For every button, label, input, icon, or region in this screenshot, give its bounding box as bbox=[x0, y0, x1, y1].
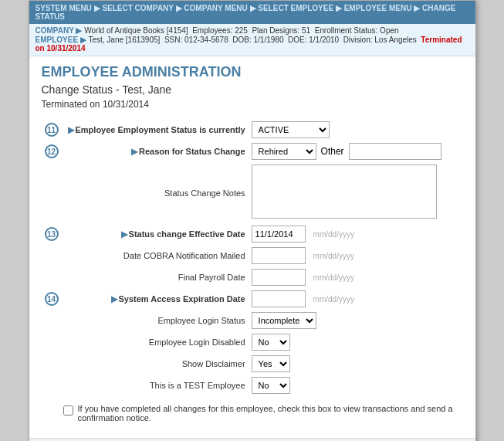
effective-date-input[interactable] bbox=[252, 226, 306, 243]
login-disabled-row: Employee Login Disabled No Yes bbox=[42, 331, 463, 353]
cobra-step-cell bbox=[42, 245, 65, 266]
employment-status-select[interactable]: ACTIVE TERMINATED COBRA LEAVE bbox=[252, 121, 330, 138]
step13-badge: 13 bbox=[45, 227, 59, 241]
login-disabled-select[interactable]: No Yes bbox=[252, 334, 290, 351]
cobra-field: mm/dd/yyyy bbox=[249, 245, 463, 266]
login-disabled-field: No Yes bbox=[249, 331, 463, 353]
employee-label: EMPLOYEE ▶ bbox=[36, 36, 86, 44]
notes-field bbox=[249, 162, 463, 223]
breadcrumb-text: SYSTEM MENU ▶ SELECT COMPANY ▶ COMPANY M… bbox=[36, 4, 456, 21]
access-exp-inline: mm/dd/yyyy bbox=[252, 290, 460, 307]
cobra-inline: mm/dd/yyyy bbox=[252, 247, 460, 264]
reason-select[interactable]: Rehired Voluntary Involuntary Other bbox=[252, 143, 316, 160]
button-row: SAVE CANCEL bbox=[29, 438, 475, 441]
step13-cell: 13 bbox=[42, 223, 65, 245]
page-title: EMPLOYEE ADMINISTRATION bbox=[42, 64, 463, 80]
employee-division: Division: Los Angeles bbox=[343, 36, 417, 44]
access-exp-placeholder: mm/dd/yyyy bbox=[313, 295, 354, 304]
effective-date-field: mm/dd/yyyy bbox=[249, 223, 463, 245]
show-disclaimer-step-cell bbox=[42, 353, 65, 375]
terminated-text: Terminated on 10/31/2014 bbox=[42, 99, 463, 110]
step11-badge: 11 bbox=[45, 123, 59, 137]
company-label: COMPANY ▶ bbox=[36, 26, 83, 35]
main-window: SYSTEM MENU ▶ SELECT COMPANY ▶ COMPANY M… bbox=[29, 0, 476, 441]
notes-step-cell bbox=[42, 162, 65, 223]
final-payroll-step-cell bbox=[42, 266, 65, 288]
other-input[interactable] bbox=[349, 143, 441, 160]
reason-field: Rehired Voluntary Involuntary Other Othe… bbox=[249, 141, 463, 162]
reason-inline: Rehired Voluntary Involuntary Other Othe… bbox=[252, 143, 460, 160]
form-table: 11 ▶Employee Employment Status is curren… bbox=[42, 119, 463, 396]
login-status-step-cell bbox=[42, 310, 65, 331]
cobra-label: Date COBRA Notification Mailed bbox=[65, 245, 249, 266]
access-exp-row: 14 ▶System Access Expiration Date mm/dd/… bbox=[42, 288, 463, 310]
employment-status-label: ▶Employee Employment Status is currently bbox=[65, 119, 249, 141]
test-employee-select[interactable]: No Yes bbox=[252, 377, 290, 394]
status-notes-textarea[interactable] bbox=[252, 165, 437, 219]
login-status-label: Employee Login Status bbox=[65, 310, 249, 331]
step11-cell: 11 bbox=[42, 119, 65, 141]
access-exp-field: mm/dd/yyyy bbox=[249, 288, 463, 310]
arrow12-icon: ▶ bbox=[131, 147, 137, 156]
company-enrollment-status: Enrollment Status: Open bbox=[315, 26, 399, 35]
login-disabled-label: Employee Login Disabled bbox=[65, 331, 249, 353]
employee-dob: DOB: 1/1/1980 bbox=[232, 36, 283, 44]
change-status-subtitle: Change Status - Test, Jane bbox=[42, 83, 463, 96]
arrow13-icon: ▶ bbox=[121, 229, 127, 239]
content-area: EMPLOYEE ADMINISTRATION Change Status - … bbox=[29, 56, 475, 438]
company-info-row: COMPANY ▶ World of Antique Books [4154] … bbox=[36, 26, 469, 35]
test-employee-row: This is a TEST Employee No Yes bbox=[42, 375, 463, 396]
test-employee-step-cell bbox=[42, 375, 65, 396]
login-disabled-step-cell bbox=[42, 331, 65, 353]
final-payroll-field: mm/dd/yyyy bbox=[249, 266, 463, 288]
final-payroll-placeholder: mm/dd/yyyy bbox=[313, 273, 354, 282]
show-disclaimer-row: Show Disclaimer Yes No bbox=[42, 353, 463, 375]
employment-status-field: ACTIVE TERMINATED COBRA LEAVE bbox=[249, 119, 463, 141]
login-status-row: Employee Login Status Incomplete Active … bbox=[42, 310, 463, 331]
reason-label: ▶Reason for Status Change bbox=[65, 141, 249, 162]
company-plan-designs: Plan Designs: 51 bbox=[252, 26, 310, 35]
step12-cell: 12 bbox=[42, 141, 65, 162]
notes-row: Status Change Notes bbox=[42, 162, 463, 223]
show-disclaimer-label: Show Disclaimer bbox=[65, 353, 249, 375]
effective-date-label: ▶Status change Effective Date bbox=[65, 223, 249, 245]
access-exp-input[interactable] bbox=[252, 290, 306, 307]
employee-ssn: SSN: 012-34-5678 bbox=[164, 36, 228, 44]
final-payroll-row: Final Payroll Date mm/dd/yyyy bbox=[42, 266, 463, 288]
notes-label: Status Change Notes bbox=[65, 162, 249, 223]
effective-date-placeholder: mm/dd/yyyy bbox=[313, 230, 354, 239]
confirmation-checkbox[interactable] bbox=[63, 405, 73, 416]
final-payroll-inline: mm/dd/yyyy bbox=[252, 269, 460, 286]
arrow11-icon: ▶ bbox=[68, 125, 74, 134]
breadcrumb-bar: SYSTEM MENU ▶ SELECT COMPANY ▶ COMPANY M… bbox=[29, 1, 475, 24]
company-name: World of Antique Books [4154] bbox=[84, 26, 188, 35]
cobra-date-placeholder: mm/dd/yyyy bbox=[313, 252, 354, 260]
login-status-field: Incomplete Active Disabled bbox=[249, 310, 463, 331]
final-payroll-input[interactable] bbox=[252, 269, 306, 286]
test-employee-field: No Yes bbox=[249, 375, 463, 396]
step14-cell: 14 bbox=[42, 288, 65, 310]
company-employees: Employees: 225 bbox=[192, 26, 248, 35]
company-info-bar: COMPANY ▶ World of Antique Books [4154] … bbox=[29, 24, 475, 56]
employee-name: Test, Jane [1613905] bbox=[88, 36, 160, 44]
effective-date-row: 13 ▶Status change Effective Date mm/dd/y… bbox=[42, 223, 463, 245]
access-exp-label: ▶System Access Expiration Date bbox=[65, 288, 249, 310]
login-status-select[interactable]: Incomplete Active Disabled bbox=[252, 312, 316, 329]
show-disclaimer-field: Yes No bbox=[249, 353, 463, 375]
reason-row: 12 ▶Reason for Status Change Rehired Vol… bbox=[42, 141, 463, 162]
confirmation-checkbox-label: If you have completed all changes for th… bbox=[78, 404, 463, 422]
step12-badge: 12 bbox=[45, 144, 59, 158]
arrow14-icon: ▶ bbox=[111, 294, 117, 304]
test-employee-label: This is a TEST Employee bbox=[65, 375, 249, 396]
other-label: Other bbox=[321, 146, 344, 157]
step14-badge: 14 bbox=[45, 292, 59, 306]
employment-status-row: 11 ▶Employee Employment Status is curren… bbox=[42, 119, 463, 141]
cobra-date-input[interactable] bbox=[252, 247, 306, 264]
cobra-row: Date COBRA Notification Mailed mm/dd/yyy… bbox=[42, 245, 463, 266]
confirmation-checkbox-row: If you have completed all changes for th… bbox=[63, 404, 463, 422]
employee-info-row: EMPLOYEE ▶ Test, Jane [1613905] SSN: 012… bbox=[36, 36, 469, 53]
employee-doe: DOE: 1/1/2010 bbox=[288, 36, 339, 44]
effective-date-inline: mm/dd/yyyy bbox=[252, 226, 460, 243]
show-disclaimer-select[interactable]: Yes No bbox=[252, 355, 290, 372]
final-payroll-label: Final Payroll Date bbox=[65, 266, 249, 288]
